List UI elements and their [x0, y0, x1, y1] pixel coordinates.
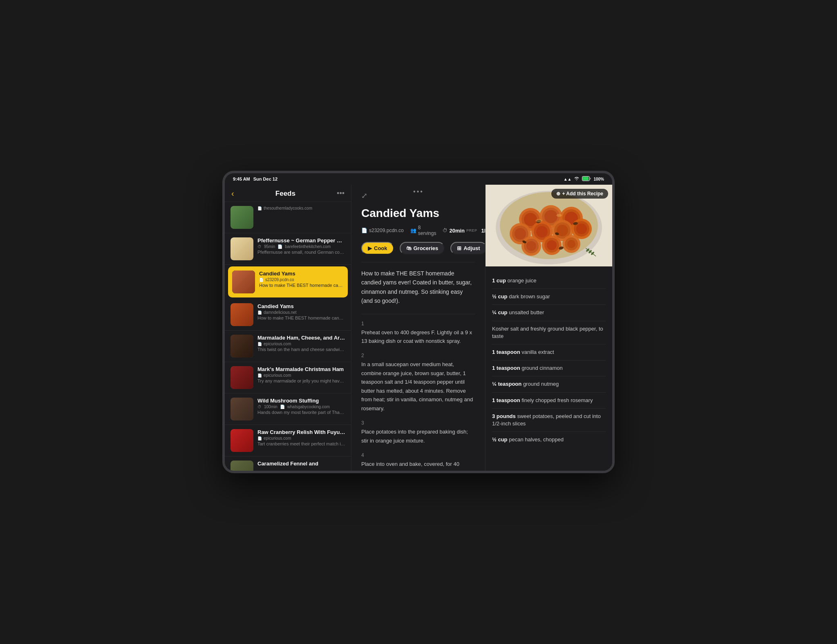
ingredient-row: 1 teaspoon finely chopped fresh rosemary [492, 393, 606, 409]
list-item[interactable]: Raw Cranberry Relish With Fuyu Persimmon… [225, 425, 351, 456]
item-description: Hands down my most favorite part of Than… [257, 410, 345, 415]
item-description: Tart cranberries meet their perfect matc… [257, 441, 345, 446]
svg-point-28 [526, 241, 536, 251]
step-number: 3 [361, 420, 475, 426]
battery-icon [582, 176, 591, 182]
item-content: Marmalade Ham, Cheese, and Arugula Sandw… [257, 335, 345, 352]
item-description: Try any marmalade or jelly you might hav… [257, 378, 345, 383]
list-item[interactable]: Caramelized Fennel and [225, 456, 351, 471]
item-thumbnail [232, 271, 255, 293]
list-item[interactable]: Marmalade Ham, Cheese, and Arugula Sandw… [225, 331, 351, 362]
ingredient-row: ½ cup pecan halves, chopped [492, 432, 606, 447]
prep-label: PREP [466, 228, 477, 233]
divider [361, 262, 475, 262]
ipad-frame: 9:45 AM Sun Dec 12 ▲▲ 100% • [222, 171, 615, 473]
svg-point-31 [547, 240, 557, 250]
item-thumbnail [231, 366, 253, 389]
ingredient-name: orange juice [508, 277, 537, 284]
ingredient-name: dark brown sugar [509, 293, 550, 300]
ingredient-name: finely chopped fresh rosemary [521, 397, 593, 403]
item-description: This twist on the ham and cheese sandwic… [257, 347, 345, 352]
step-text: In a small saucepan over medium heat, co… [361, 360, 475, 413]
action-row: ▶ Cook 🛍 Groceries ⊞ Adjust [361, 242, 475, 255]
item-title: Mark's Marmalade Christmas Ham [257, 366, 345, 372]
list-item[interactable]: Wild Mushroom Stuffing ⏱ 100min 📄 whatsg… [225, 394, 351, 425]
steps-container: 1 Preheat oven to 400 degrees F. Lightly… [361, 321, 475, 471]
recipe-step: 2 In a small saucepan over medium heat, … [361, 353, 475, 413]
ingredient-amount: ½ cup [492, 293, 508, 300]
item-content: 📄 thesouthernladycooks.com [257, 206, 345, 211]
divider [361, 314, 475, 314]
sidebar-back-button[interactable]: ‹ [231, 189, 234, 198]
item-content: Caramelized Fennel and [257, 461, 345, 467]
ingredient-amount: ¼ teaspoon [492, 381, 521, 387]
recipe-step: 4 Place into oven and bake, covered, for… [361, 452, 475, 471]
list-item-active[interactable]: Candied Yams 📄 s23209.pcdn.co How to mak… [228, 266, 348, 297]
wifi-icon [574, 177, 580, 181]
source-icon: 📄 [257, 373, 262, 378]
recipe-servings: 8 servings [418, 225, 436, 236]
list-item[interactable]: Candied Yams 📄 damndelicious.net How to … [225, 299, 351, 331]
ingredient-row: ½ cup dark brown sugar [492, 289, 606, 305]
step-text: Preheat oven to 400 degrees F. Lightly o… [361, 328, 475, 346]
ingredient-amount: 1 teaspoon [492, 349, 520, 355]
item-source: 📄 s23209.pcdn.co [259, 277, 344, 282]
svg-point-19 [536, 226, 548, 237]
sidebar-title: Feeds [275, 190, 295, 198]
item-meta: ⏱ 95min 📄 barefeetinthekitchen.com [257, 244, 345, 249]
clock-icon: ⏱ [257, 244, 262, 249]
recipe-meta-row: 📄 s23209.pcdn.co 👥 8 servings ⏱ 20min PR… [361, 225, 475, 236]
list-item[interactable]: 📄 thesouthernladycooks.com [225, 202, 351, 233]
play-icon: ▶ [368, 245, 372, 251]
adjust-button[interactable]: ⊞ Adjust [450, 242, 486, 255]
item-description: How to make THE BEST homemade candied ya… [257, 315, 345, 320]
step-number: 2 [361, 353, 475, 358]
item-thumbnail [231, 303, 253, 326]
prep-time: 20min [449, 228, 465, 234]
item-source: 📄 epicurious.com [257, 342, 345, 346]
expand-icon[interactable]: ⤢ [361, 191, 367, 200]
source-icon: 📄 [257, 206, 262, 210]
item-content: Wild Mushroom Stuffing ⏱ 100min 📄 whatsg… [257, 398, 345, 415]
time: 9:45 AM [233, 177, 250, 181]
source-icon: 📄 [257, 311, 262, 315]
content-pane: ⤢ Candied Yams 📄 s23209.pcdn.co 👥 8 serv… [351, 185, 486, 471]
step-text: Place into oven and bake, covered, for 4… [361, 460, 475, 471]
servings-icon: 👥 [410, 228, 416, 233]
recipe-step: 1 Preheat oven to 400 degrees F. Lightly… [361, 321, 475, 346]
step-number: 1 [361, 321, 475, 326]
ingredient-name: Kosher salt and freshly ground black pep… [492, 326, 603, 339]
recipe-pane: ⊕ + Add this Recipe 1 cup orange juice½ … [486, 185, 612, 471]
item-source: 📄 epicurious.com [257, 373, 345, 378]
sliders-icon: ⊞ [457, 245, 461, 251]
list-item[interactable]: Mark's Marmalade Christmas Ham 📄 epicuri… [225, 362, 351, 394]
list-item[interactable]: Pfeffernusse ~ German Pepper Nut Cookies… [225, 233, 351, 265]
sidebar-list: 📄 thesouthernladycooks.com Pfeffernusse … [225, 202, 351, 471]
item-content: Mark's Marmalade Christmas Ham 📄 epicuri… [257, 366, 345, 383]
ingredients-section: 1 cup orange juice½ cup dark brown sugar… [486, 266, 612, 471]
ingredient-name: vanilla extract [521, 349, 554, 355]
ingredient-row: 3 pounds sweet potatoes, peeled and cut … [492, 409, 606, 432]
svg-point-34 [567, 240, 575, 248]
date: Sun Dec 12 [253, 177, 278, 181]
ingredient-amount: ¼ cup [492, 309, 508, 315]
item-title: Marmalade Ham, Cheese, and Arugula Sandw… [257, 335, 345, 341]
item-content: Candied Yams 📄 s23209.pcdn.co How to mak… [259, 271, 344, 288]
ingredient-amount: 1 teaspoon [492, 365, 520, 371]
ingredient-name: unsalted butter [509, 309, 544, 315]
add-recipe-button[interactable]: ⊕ + Add this Recipe [551, 189, 608, 199]
top-bar-dots: ••• [413, 188, 424, 195]
cook-button[interactable]: ▶ Cook [361, 242, 394, 255]
clock-icon: ⏱ [257, 405, 262, 409]
item-title: Caramelized Fennel and [257, 461, 345, 467]
cook-time-block: 1h COOK [481, 228, 486, 234]
ingredients-container: 1 cup orange juice½ cup dark brown sugar… [492, 273, 606, 447]
item-thumbnail [231, 237, 253, 260]
groceries-button[interactable]: 🛍 Groceries [400, 242, 445, 255]
app-container: ‹ Feeds ••• 📄 thesouthernladycooks.com [225, 185, 612, 471]
item-description: Pfeffernusse are small, round German coo… [257, 250, 345, 255]
sidebar-more-button[interactable]: ••• [337, 189, 345, 198]
ingredient-row: 1 teaspoon vanilla extract [492, 344, 606, 360]
item-source: 📄 damndelicious.net [257, 310, 345, 315]
item-title: Pfeffernusse ~ German Pepper Nut Cookies [257, 237, 345, 244]
